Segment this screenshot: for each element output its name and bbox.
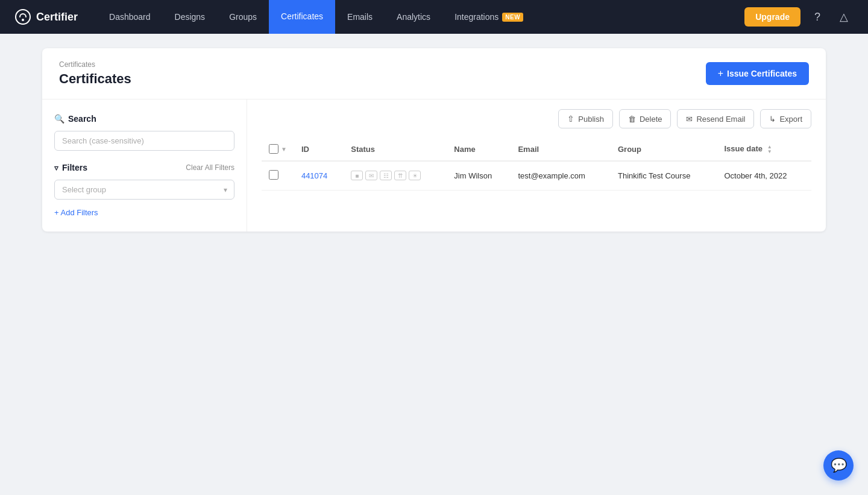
help-button[interactable]: ? [808,7,827,27]
export-icon: ↳ [769,115,776,124]
navbar: Certifier Dashboard Designs Groups Certi… [0,0,868,34]
page-title: Certificates [59,71,131,87]
col-name: Name [447,138,511,161]
row-email: test@example.com [511,161,611,191]
chat-icon: 💬 [831,458,847,473]
add-filters-button[interactable]: + Add Filters [54,208,98,217]
export-button[interactable]: ↳ Export [760,109,811,128]
plus-icon: + [718,68,723,79]
row-group: Thinkific Test Course [611,161,717,191]
row-checkbox-cell [262,161,294,191]
row-checkbox[interactable] [269,170,278,180]
page-card: Certificates Certificates + Issue Certif… [42,48,826,232]
row-name: Jim Wilson [447,161,511,191]
brand-icon [14,8,31,25]
resend-email-button[interactable]: ✉ Resend Email [677,109,754,128]
clear-all-filters-button[interactable]: Clear All Filters [186,163,234,172]
search-input[interactable] [54,131,234,151]
col-issue-date: Issue date ▲ ▼ [717,138,811,161]
breadcrumb: Certificates [59,60,131,69]
nav-right: Upgrade ? △ [744,7,854,27]
row-issue-date: October 4th, 2022 [717,161,811,191]
table-area: ⇧ Publish 🗑 Delete ✉ Resend Email ↳ Expo… [247,99,826,232]
certificate-id-link[interactable]: 441074 [301,171,327,180]
nav-integrations[interactable]: Integrations NEW [442,0,535,34]
user-button[interactable]: △ [834,7,854,27]
page-header-left: Certificates Certificates [59,60,131,87]
content-area: 🔍 Search ▿ Filters Clear All Filters Sel… [42,99,826,232]
filter-icon: ▿ [54,163,58,172]
col-id: ID [294,138,344,161]
share-status-icon: ⇈ [394,171,406,180]
trash-icon: 🗑 [628,115,636,124]
brand-logo[interactable]: Certifier [14,8,78,25]
issue-certificates-button[interactable]: + Issue Certificates [706,62,809,85]
nav-links: Dashboard Designs Groups Certificates Em… [97,0,744,34]
row-status: ■ ✉ ☷ ⇈ ☀ [344,161,447,191]
grid-status-icon: ☷ [380,171,392,180]
row-id: 441074 [294,161,344,191]
page-header: Certificates Certificates + Issue Certif… [42,48,826,99]
group-select[interactable]: Select group [54,180,234,200]
chat-bubble[interactable]: 💬 [823,450,854,481]
user-icon: △ [840,10,848,24]
nav-analytics[interactable]: Analytics [385,0,442,34]
publish-icon: ⇧ [567,114,574,124]
header-checkbox-cell: ▼ [262,138,294,161]
page-container: Certificates Certificates + Issue Certif… [18,34,850,246]
email-icon: ✉ [686,115,693,124]
sort-icon: ▲ ▼ [767,145,772,154]
publish-button[interactable]: ⇧ Publish [558,109,613,128]
nav-certificates[interactable]: Certificates [269,0,335,34]
help-icon: ? [814,11,820,24]
table-toolbar: ⇧ Publish 🗑 Delete ✉ Resend Email ↳ Expo… [262,109,811,128]
col-status: Status [344,138,447,161]
upgrade-button[interactable]: Upgrade [744,7,800,27]
col-group: Group [611,138,717,161]
doc-status-icon: ■ [351,171,363,180]
delete-button[interactable]: 🗑 Delete [619,109,671,128]
nav-designs[interactable]: Designs [163,0,218,34]
select-all-checkbox[interactable] [269,144,278,154]
nav-groups[interactable]: Groups [217,0,269,34]
filters-title: ▿ Filters [54,163,87,172]
col-email: Email [511,138,611,161]
brand-name: Certifier [36,11,78,24]
nav-dashboard[interactable]: Dashboard [97,0,163,34]
sidebar: 🔍 Search ▿ Filters Clear All Filters Sel… [42,99,247,232]
svg-point-0 [16,10,30,24]
new-badge: NEW [502,13,523,22]
filters-row: ▿ Filters Clear All Filters [54,163,234,172]
img-status-icon: ☀ [409,171,421,180]
table-header-row: ▼ ID Status Name [262,138,811,161]
mail-status-icon: ✉ [365,171,377,180]
certificates-table: ▼ ID Status Name [262,138,811,191]
table-row: 441074 ■ ✉ ☷ ⇈ ☀ [262,161,811,191]
status-icons: ■ ✉ ☷ ⇈ ☀ [351,171,439,180]
nav-emails[interactable]: Emails [335,0,385,34]
search-section-title: 🔍 Search [54,114,234,124]
svg-point-1 [22,19,24,21]
header-chevron-icon: ▼ [281,146,287,153]
group-select-wrapper: Select group [54,180,234,200]
search-icon: 🔍 [54,114,64,124]
